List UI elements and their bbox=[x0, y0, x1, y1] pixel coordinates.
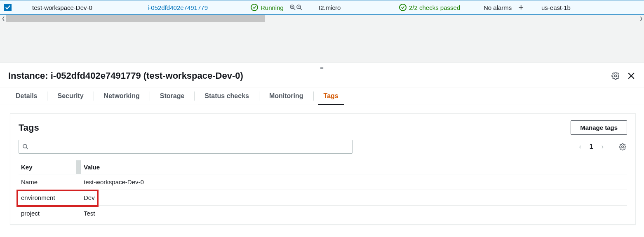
pager: ‹ 1 › bbox=[576, 142, 627, 151]
tags-search-box[interactable] bbox=[19, 140, 353, 154]
instance-id-link[interactable]: i-052dfd402e7491779 bbox=[148, 4, 251, 11]
col-header-key: Key bbox=[19, 160, 76, 174]
instance-row[interactable]: test-workspace-Dev-0 i-052dfd402e7491779… bbox=[0, 0, 644, 15]
detail-panel: = Instance: i-052dfd402e7491779 (test-wo… bbox=[0, 63, 644, 225]
svg-line-1 bbox=[294, 8, 295, 10]
instance-type: t2.micro bbox=[319, 4, 399, 11]
table-row: projectTest bbox=[19, 206, 627, 221]
tag-key: environment bbox=[19, 190, 76, 206]
manage-tags-button[interactable]: Manage tags bbox=[571, 120, 627, 135]
close-icon[interactable] bbox=[627, 71, 636, 80]
cell-separator bbox=[76, 174, 81, 190]
prev-page-icon[interactable]: ‹ bbox=[576, 142, 583, 151]
settings-icon[interactable] bbox=[611, 71, 620, 80]
table-settings-icon[interactable] bbox=[618, 142, 627, 151]
svg-line-5 bbox=[300, 8, 302, 10]
tab-status-checks[interactable]: Status checks bbox=[195, 87, 259, 105]
svg-point-12 bbox=[622, 146, 624, 148]
tab-tags[interactable]: Tags bbox=[314, 87, 348, 105]
cell-separator bbox=[76, 190, 81, 206]
scroll-right-icon[interactable]: ❯ bbox=[638, 15, 644, 22]
tag-value: test-workspace-Dev-0 bbox=[81, 174, 627, 190]
tag-key: project bbox=[19, 206, 76, 221]
col-header-value: Value bbox=[81, 160, 627, 174]
scroll-track[interactable] bbox=[6, 15, 638, 22]
horizontal-scrollbar[interactable]: ❮ ❯ bbox=[0, 15, 644, 21]
status-ok-icon bbox=[399, 4, 407, 11]
next-page-icon[interactable]: › bbox=[599, 142, 606, 151]
scroll-thumb[interactable] bbox=[6, 15, 265, 22]
zoom-in-icon[interactable] bbox=[289, 4, 296, 11]
row-checkbox[interactable] bbox=[4, 4, 12, 11]
col-separator bbox=[76, 160, 81, 174]
tab-details[interactable]: Details bbox=[6, 87, 47, 105]
svg-point-7 bbox=[615, 75, 617, 77]
table-row: Nametest-workspace-Dev-0 bbox=[19, 174, 627, 190]
panel-title: Instance: i-052dfd402e7491779 (test-work… bbox=[8, 70, 243, 81]
scroll-left-icon[interactable]: ❮ bbox=[0, 15, 6, 22]
tab-monitoring[interactable]: Monitoring bbox=[259, 87, 313, 105]
svg-point-10 bbox=[23, 144, 27, 148]
tags-table: Key Value Nametest-workspace-Dev-0enviro… bbox=[19, 160, 627, 221]
instance-state: Running bbox=[251, 4, 319, 11]
drag-handle-icon[interactable]: = bbox=[320, 65, 324, 71]
table-row: environmentDev bbox=[19, 190, 627, 206]
tab-storage[interactable]: Storage bbox=[150, 87, 195, 105]
tags-heading: Tags bbox=[19, 122, 39, 133]
zoom-out-icon[interactable] bbox=[296, 4, 303, 11]
svg-line-11 bbox=[26, 148, 28, 149]
tag-key: Name bbox=[19, 174, 76, 190]
add-alarm-icon[interactable]: + bbox=[518, 3, 524, 12]
page-number: 1 bbox=[590, 143, 593, 150]
instance-name: test-workspace-Dev-0 bbox=[32, 4, 148, 11]
tags-container: Tags Manage tags ‹ 1 › Key bbox=[10, 113, 636, 225]
alarm-status: No alarms + bbox=[484, 3, 537, 12]
tag-value: Test bbox=[81, 206, 627, 221]
status-checks: 2/2 checks passed bbox=[399, 4, 484, 11]
tab-networking[interactable]: Networking bbox=[94, 87, 150, 105]
separator bbox=[612, 142, 612, 151]
search-icon bbox=[22, 143, 29, 150]
cell-separator bbox=[76, 206, 81, 221]
status-ok-icon bbox=[251, 4, 258, 11]
tag-value: Dev bbox=[81, 190, 627, 206]
tab-bar: Details Security Networking Storage Stat… bbox=[0, 87, 644, 105]
tags-search-input[interactable] bbox=[31, 143, 349, 150]
availability-zone: us-east-1b bbox=[541, 4, 599, 11]
tab-security[interactable]: Security bbox=[47, 87, 93, 105]
splitter-gap bbox=[0, 21, 644, 63]
